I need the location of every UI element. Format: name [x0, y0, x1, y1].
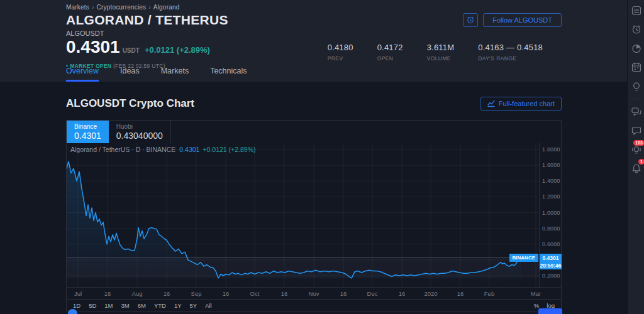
price-axis[interactable]: 1.80001.60001.40001.20001.00000.80000.60…	[539, 143, 561, 287]
exchange-price: 0.43040000	[116, 131, 163, 141]
notification-badge: 103	[633, 140, 644, 146]
stat-day-s-range: 0.4163 — 0.4518DAY'S RANGE	[478, 43, 543, 69]
range-1m[interactable]: 1M	[104, 302, 113, 309]
section-title: ALGOUSDT Crypto Chart	[66, 97, 194, 110]
last-price: 0.4301USDT+0.0121 (+2.89%)	[66, 37, 210, 57]
sidebar-calendar-button[interactable]	[628, 58, 644, 77]
tab-overview[interactable]: Overview	[66, 67, 99, 82]
exchange-tab-binance[interactable]: Binance0.4301	[67, 121, 109, 143]
breadcrumb-separator: ›	[148, 4, 151, 11]
y-axis-label: 1.6000	[542, 162, 560, 168]
stat-label: PREV	[328, 55, 353, 62]
sidebar-divider	[631, 99, 641, 99]
x-axis-label: Feb	[484, 290, 494, 297]
mini-chart-icon	[487, 100, 495, 107]
chart-svg	[67, 143, 539, 287]
time-axis[interactable]: Jul16Aug16Sep16Oct16Nov16Dec16202016FebM…	[67, 287, 561, 299]
range-1d[interactable]: 1D	[73, 302, 80, 309]
x-axis-label: Jul	[74, 290, 82, 297]
x-axis-label: Aug	[132, 290, 143, 297]
exchange-tabs: Binance0.4301Huobi0.43040000	[67, 121, 561, 143]
partial-logo-circle	[68, 309, 77, 314]
price-block: 0.4301USDT+0.0121 (+2.89%) • MARKET OPEN…	[66, 38, 210, 69]
bar-countdown-label: 20:59:46	[540, 261, 562, 269]
breadcrumb-separator: ›	[92, 4, 94, 11]
follow-button[interactable]: Follow ALGOUSDT	[483, 13, 562, 27]
x-axis-label: 2020	[424, 290, 437, 297]
scale-percent[interactable]: %	[534, 302, 539, 309]
breadcrumb-item[interactable]: Cryptocurrencies	[97, 4, 147, 11]
exchange-price: 0.4301	[74, 131, 101, 141]
chart-legend[interactable]: Algorand / TetherUS · D · BINANCE0.4301+…	[70, 146, 255, 153]
sidebar-streams-button[interactable]: 103	[628, 140, 644, 159]
exchange-name: Huobi	[116, 123, 163, 130]
y-axis-label: 0.8000	[542, 225, 560, 232]
legend-change: +0.0121 (+2.89%)	[203, 146, 255, 153]
range-3m[interactable]: 3M	[121, 302, 130, 309]
y-axis-label: 1.4000	[542, 178, 560, 184]
x-axis-label: 16	[281, 290, 288, 297]
tab-markets[interactable]: Markets	[161, 67, 189, 82]
y-axis-label: 1.2000	[542, 193, 560, 200]
right-sidebar: 1031	[627, 0, 644, 314]
sidebar-messages-button[interactable]	[628, 121, 644, 140]
breadcrumb: Markets›Cryptocurrencies›Algorand	[66, 4, 179, 11]
range-5d[interactable]: 5D	[89, 302, 96, 309]
stat-value: 3.611M	[427, 43, 455, 52]
sidebar-hotlists-button[interactable]	[628, 39, 644, 58]
scale-log[interactable]: log	[547, 302, 555, 309]
y-axis-label: 0.2000	[542, 273, 560, 279]
add-alert-button[interactable]	[463, 13, 478, 27]
x-axis-label: 16	[104, 290, 111, 297]
range-all[interactable]: All	[205, 302, 212, 309]
sidebar-ideas-button[interactable]	[628, 77, 644, 95]
range-1y[interactable]: 1Y	[174, 302, 182, 309]
x-axis-label: Oct	[250, 290, 260, 297]
currency-label: USDT	[123, 47, 140, 54]
sidebar-chats-button[interactable]	[628, 102, 644, 121]
range-ytd[interactable]: YTD	[154, 302, 166, 309]
stat-volume: 3.611MVOLUME	[427, 43, 455, 69]
y-axis-label: 0.6000	[542, 241, 560, 247]
x-axis-label: Sep	[191, 290, 202, 297]
stat-value: 0.4163 — 0.4518	[478, 43, 543, 52]
stat-label: OPEN	[377, 55, 403, 62]
exchange-tab-huobi[interactable]: Huobi0.43040000	[109, 121, 171, 143]
sidebar-alerts-button[interactable]	[628, 20, 644, 39]
legend-symbol: Algorand / TetherUS · D · BINANCE	[70, 146, 175, 153]
tab-technicals[interactable]: Technicals	[210, 67, 247, 82]
symbol-ticker: ALGOUSDT	[66, 30, 104, 37]
price-line-chart[interactable]: Algorand / TetherUS · D · BINANCE0.4301+…	[67, 143, 539, 287]
legend-price: 0.4301	[179, 146, 199, 153]
x-axis-label: 16	[340, 290, 347, 297]
sidebar-notifications-button[interactable]: 1	[628, 159, 644, 178]
range-5y[interactable]: 5Y	[190, 302, 197, 309]
chart-widget: Binance0.4301Huobi0.43040000 Algorand / …	[66, 120, 562, 311]
notification-badge: 1	[638, 159, 644, 165]
alerts-icon	[631, 24, 642, 35]
partial-blue-button[interactable]	[538, 308, 562, 314]
tab-ideas[interactable]: Ideas	[120, 67, 140, 82]
chats-icon	[631, 106, 642, 117]
stat-value: 0.4180	[328, 43, 353, 52]
stat-prev: 0.4180PREV	[328, 43, 353, 69]
breadcrumb-item[interactable]: Algorand	[153, 4, 180, 11]
sidebar-watchlist-button[interactable]	[628, 1, 644, 20]
x-axis-label: 16	[223, 290, 230, 297]
x-axis-label: 16	[399, 290, 406, 297]
symbol-header: Markets›Cryptocurrencies›Algorand ALGORA…	[0, 0, 627, 82]
range-6m[interactable]: 6M	[138, 302, 146, 309]
x-axis-label: 16	[164, 290, 170, 297]
x-axis-label: Nov	[309, 290, 319, 297]
watchlist-icon	[631, 5, 642, 16]
breadcrumb-item[interactable]: Markets	[66, 4, 89, 11]
messages-icon	[631, 125, 642, 136]
series-exchange-tag: BINANCE	[509, 254, 538, 262]
x-axis-label: Dec	[367, 290, 378, 297]
exchange-name: Binance	[74, 123, 101, 130]
hotlists-icon	[631, 43, 642, 54]
chart-toolbar: 1D5D1M3M6MYTD1Y5YAll %log	[67, 299, 561, 311]
y-axis-label: 1.0000	[542, 210, 560, 216]
x-axis-label: Mar	[531, 290, 541, 297]
full-featured-chart-button[interactable]: Full-featured chart	[480, 97, 562, 111]
